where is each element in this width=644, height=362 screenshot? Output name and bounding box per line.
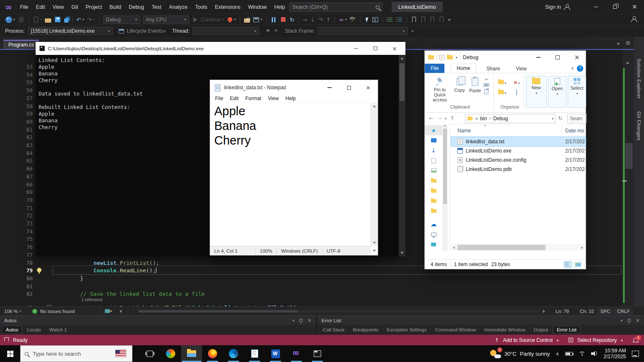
sign-in-button[interactable]: Sign in	[545, 0, 569, 14]
lightbulb-icon[interactable]	[37, 268, 42, 272]
copy-to-button[interactable]: ▾	[498, 90, 506, 95]
notepad-close-button[interactable]: ×	[362, 82, 374, 93]
explorer-title-bar[interactable]: ✓ ▾ Debug ×	[425, 51, 586, 64]
parallel-stacks-icon[interactable]: ≈▾	[338, 16, 348, 23]
zoom-dropdown[interactable]: 106 %	[4, 309, 18, 314]
notepad-scrollbar[interactable]	[371, 103, 378, 246]
sidebar-desktop[interactable]	[425, 135, 442, 145]
tab-view[interactable]: View	[510, 65, 532, 73]
console-minimize-button[interactable]	[350, 44, 362, 53]
overflow-caret-icon[interactable]: ▾	[412, 29, 413, 33]
line-indicator[interactable]: Ln: 79	[556, 309, 569, 314]
notepad-menu-edit[interactable]: Edit	[226, 95, 242, 103]
tab-locals[interactable]: Locals	[23, 326, 44, 334]
start-button[interactable]	[0, 345, 20, 362]
side-tab-solution-explorer[interactable]: Solution Explorer	[636, 59, 641, 99]
tab-output[interactable]: Output	[530, 326, 552, 334]
toolbar-overflow-icon[interactable]: ▾	[447, 16, 452, 23]
menu-tools[interactable]: Tools	[191, 3, 211, 12]
explorer-horizontal-scrollbar[interactable]	[451, 244, 585, 251]
solution-name-badge[interactable]: LinkedListDemo	[392, 2, 443, 12]
menu-git[interactable]: Git	[68, 3, 82, 12]
sidebar-downloads[interactable]: ↓	[425, 145, 442, 155]
taskbar-console-app[interactable]	[307, 345, 328, 362]
tab-immediate-window[interactable]: Immediate Window	[480, 326, 529, 334]
sidebar-folder-2[interactable]	[425, 186, 442, 196]
file-row-linkedlist_data.txt[interactable]: linkedlist_data.txt2/17/202	[451, 137, 586, 146]
toggle-bookmark-icon[interactable]	[410, 16, 418, 23]
undo-icon[interactable]: ↶▾	[75, 16, 86, 23]
sidebar-folder-1[interactable]	[425, 176, 442, 186]
new-button[interactable]: New ▾	[526, 76, 547, 108]
sidebar-pictures[interactable]	[425, 165, 442, 176]
tab-command-window[interactable]: Command Window	[431, 326, 480, 334]
explorer-close-button[interactable]: ×	[570, 52, 584, 63]
paste-button[interactable]: Paste	[467, 77, 483, 93]
issues-status[interactable]: No issues found	[40, 309, 75, 314]
verify-spelling-icon[interactable]	[348, 16, 358, 24]
taskbar-notepad[interactable]	[244, 345, 265, 362]
parameter-info-icon[interactable]	[395, 16, 404, 24]
scroll-up-icon[interactable]	[626, 62, 629, 64]
nav-up-icon[interactable]: ↑	[450, 115, 454, 122]
config-dropdown[interactable]: Debug▾	[103, 16, 140, 24]
vs-close-button[interactable]: ×	[625, 0, 644, 14]
preview-window-icon[interactable]: ▾	[252, 16, 264, 24]
menu-help[interactable]: Help	[270, 3, 289, 12]
rename-button[interactable]	[516, 90, 517, 95]
hidden-icons-chevron[interactable]: ∧	[556, 351, 559, 357]
console-scroll-thumb[interactable]	[400, 63, 405, 101]
taskbar-word[interactable]	[265, 345, 286, 362]
console-close-button[interactable]: ×	[389, 44, 400, 53]
nav-backward-icon[interactable]: ▾	[4, 16, 16, 24]
menu-build[interactable]: Build	[106, 3, 125, 12]
tab-breakpoints[interactable]: Breakpoints	[349, 326, 382, 334]
console-title-bar[interactable]: C:\Users\fujitsu\Desktop\LinkedListDemo\…	[36, 42, 405, 55]
sidebar-this-pc[interactable]	[425, 229, 442, 239]
wifi-icon[interactable]	[579, 352, 585, 356]
notepad-title-bar[interactable]: linkedlist_data.txt - Notepad ×	[210, 80, 378, 95]
code-line-78[interactable]: newList.PrintList();	[93, 259, 159, 267]
copy-path-icon[interactable]: W	[483, 83, 489, 87]
tab-list-caret-icon[interactable]: ▾	[617, 41, 620, 47]
file-explorer-window[interactable]: ✓ ▾ Debug × File Home Share View ∧ ? Pin…	[424, 50, 586, 269]
hscroll-left-icon[interactable]	[119, 310, 122, 313]
ribbon-collapse-icon[interactable]: ∧	[571, 66, 574, 70]
qat-properties-icon[interactable]: ✓	[439, 55, 444, 60]
add-to-source-control-button[interactable]: Add to Source Control	[503, 337, 553, 343]
column-date-modified[interactable]: Date mo	[565, 128, 584, 134]
breadcrumb-debug[interactable]: Debug	[493, 116, 508, 122]
sidebar-documents[interactable]	[425, 155, 442, 165]
nav-back-icon[interactable]: ←	[429, 115, 434, 122]
pin-icon[interactable]	[299, 319, 302, 322]
taskbar-task-view[interactable]	[139, 345, 160, 362]
address-input[interactable]: « bin › Debug ▾	[465, 114, 556, 123]
notepad-maximize-button[interactable]	[343, 82, 355, 93]
hscroll-right-icon[interactable]	[543, 310, 545, 313]
notepad-menu-format[interactable]: Format	[242, 95, 265, 103]
list-members-icon[interactable]	[385, 16, 395, 24]
sidebar-scrollbar[interactable]	[442, 125, 448, 251]
tab-options-gear-icon[interactable]: ⚙	[626, 40, 631, 46]
sidebar-network[interactable]	[425, 239, 442, 249]
action-center-icon[interactable]	[632, 351, 639, 357]
menu-file[interactable]: File	[16, 3, 32, 12]
flag-dim-icon[interactable]: ⚑	[274, 28, 278, 34]
menu-test[interactable]: Test	[148, 3, 165, 12]
column-name[interactable]: Name	[457, 128, 471, 134]
stack-frame-dropdown[interactable]: ▾	[317, 27, 408, 35]
sidebar-folder-4[interactable]	[425, 206, 442, 216]
taskbar-file-explorer[interactable]	[181, 345, 202, 362]
thumbnail-view-button[interactable]	[574, 261, 582, 268]
nav-history-caret-icon[interactable]: ▾	[445, 116, 447, 121]
open-file-icon[interactable]	[44, 16, 52, 23]
line-ending-indicator[interactable]: CRLF	[614, 308, 633, 315]
qat-newfolder-icon[interactable]	[447, 55, 453, 59]
cut-icon[interactable]: ✂	[485, 78, 488, 82]
step-over-icon[interactable]: ↷	[317, 16, 325, 23]
console-scrollbar[interactable]	[399, 55, 405, 256]
sidebar-folder-3[interactable]	[425, 196, 442, 206]
sidebar-onedrive[interactable]: ☁	[425, 219, 442, 229]
help-icon[interactable]: ?	[577, 65, 583, 72]
refresh-icon[interactable]: ↻	[558, 115, 563, 122]
